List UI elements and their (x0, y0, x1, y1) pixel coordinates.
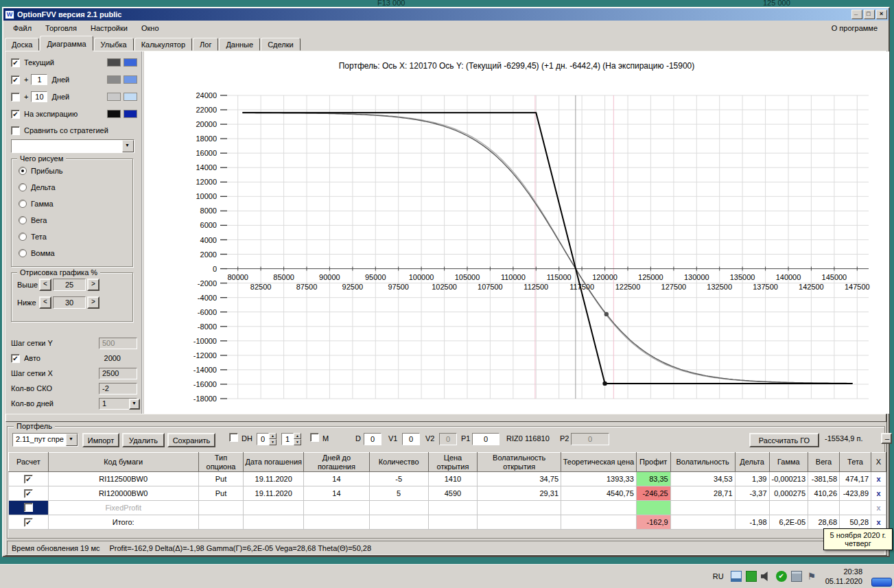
calc-go-button[interactable]: Рассчитать ГО (749, 433, 819, 447)
menu-settings[interactable]: Настройки (84, 23, 134, 34)
column-header[interactable]: Расчет (9, 453, 49, 472)
tab-smile[interactable]: Улыбка (94, 38, 134, 51)
curve-checkbox[interactable]: ✔ (11, 58, 20, 67)
taskbar[interactable]: RU ✔⚑ 20:38 05.11.2020 (0, 564, 894, 588)
column-header[interactable]: Дельта (735, 453, 769, 472)
v1-input[interactable]: 0 (402, 433, 420, 445)
remote-desktop-icon[interactable] (731, 571, 742, 582)
v2-input[interactable]: 0 (439, 433, 457, 445)
titlebar[interactable]: W OptionFVV версия 2.1 public (3, 8, 889, 21)
column-header[interactable]: Гамма (769, 453, 808, 472)
p1-input[interactable]: 0 (472, 433, 499, 445)
days-input[interactable]: 1 (31, 74, 47, 85)
column-header[interactable]: X (871, 453, 886, 472)
chart-pane[interactable]: Портфель: Ось X: 120170 Ось Y: (Текущий … (144, 51, 889, 414)
menu-file[interactable]: Файл (6, 23, 38, 34)
row-calc-checkbox[interactable]: ✔ (24, 489, 33, 498)
calc-cell[interactable] (9, 501, 49, 515)
menu-window[interactable]: Окно (134, 23, 166, 34)
maximize-button[interactable] (864, 10, 875, 19)
chevron-down-icon[interactable] (66, 434, 78, 446)
spin-up-icon[interactable]: ▲ (269, 433, 277, 439)
column-header[interactable]: Волатильность (670, 453, 735, 472)
chevron-down-icon[interactable] (122, 140, 134, 152)
save-button[interactable]: Сохранить (167, 433, 215, 447)
d-input[interactable]: 0 (364, 433, 381, 445)
sko-count-input[interactable]: -2 (99, 383, 137, 395)
curve-toggle-row[interactable]: +10Дней (11, 90, 137, 104)
row-delete-button[interactable]: х (871, 501, 886, 515)
row-delete-button[interactable]: х (871, 515, 886, 530)
auto-grid-checkbox[interactable]: ✔ (11, 354, 20, 363)
draw-option-row[interactable]: Вега (19, 215, 132, 225)
row-delete-button[interactable]: х (871, 472, 886, 486)
tab-diagram[interactable]: Диаграмма (40, 36, 93, 51)
days-input[interactable]: 10 (31, 91, 47, 102)
calc-cell[interactable]: ✔ (9, 472, 49, 486)
minimize-button[interactable] (851, 10, 862, 19)
draw-option-row[interactable]: Гамма (19, 199, 132, 209)
notification-fragment[interactable] (871, 578, 892, 587)
compare-strategy-row[interactable]: Сравнить со стратегией (11, 124, 137, 137)
dh-spinner-2-value[interactable]: 1 (281, 433, 294, 445)
tab-calculator[interactable]: Калькулятор (134, 38, 192, 51)
draw-option-row[interactable]: Тета (19, 232, 132, 242)
close-button[interactable] (876, 10, 887, 19)
storage-icon[interactable] (791, 571, 802, 582)
column-header[interactable]: Код бумаги (48, 453, 198, 472)
update-check-icon[interactable]: ✔ (776, 571, 787, 582)
column-header[interactable]: Теоретическая цена (561, 453, 637, 472)
tab-deals[interactable]: Сделки (261, 38, 301, 51)
column-header[interactable]: Дней до погашения (304, 453, 370, 472)
spin-down-icon[interactable]: ▼ (294, 439, 301, 445)
grid-x-input[interactable]: 2500 (99, 368, 137, 379)
above-value[interactable]: 25 (53, 279, 86, 291)
m-checkbox[interactable] (310, 433, 319, 442)
flag-icon[interactable]: ⚑ (806, 571, 817, 582)
column-header[interactable]: Тета (840, 453, 871, 472)
curve-checkbox[interactable]: ✔ (11, 110, 20, 119)
menu-about[interactable]: О программе (825, 23, 884, 34)
delete-button[interactable]: Удалить (122, 433, 165, 447)
column-header[interactable]: Дата погашения (244, 453, 304, 472)
spin-down-icon[interactable]: ▼ (269, 439, 277, 445)
column-header[interactable]: Профит (636, 453, 670, 472)
row-calc-checkbox[interactable] (24, 503, 33, 512)
strategy-dropdown[interactable] (11, 139, 134, 153)
table-row[interactable]: ✔Итого:-162,9-1,986,2E-0528,6850,28х (9, 515, 886, 530)
draw-option-row[interactable]: Прибыль (19, 166, 132, 176)
draw-option-row[interactable]: Дельта (19, 183, 132, 192)
curve-toggle-row[interactable]: ✔+1Дней (11, 73, 137, 86)
import-button[interactable]: Импорт (82, 433, 119, 447)
clock[interactable]: 20:38 05.11.2020 (825, 567, 862, 587)
indicator-icon[interactable] (746, 571, 757, 582)
column-header[interactable]: Цена открытия (428, 453, 478, 472)
increase-above-button[interactable] (87, 279, 99, 291)
calc-cell[interactable]: ✔ (9, 486, 49, 501)
curve-checkbox[interactable]: ✔ (11, 75, 20, 84)
tab-data[interactable]: Данные (219, 38, 260, 51)
curve-toggle-row[interactable]: ✔Текущий (11, 56, 137, 69)
payoff-chart[interactable]: 2400022000200001800016000140001200010000… (144, 51, 889, 414)
preset-dropdown[interactable]: 2.11_пут спре (12, 433, 78, 447)
row-calc-checkbox[interactable]: ✔ (24, 475, 33, 484)
calc-cell[interactable]: ✔ (9, 515, 49, 530)
p2-input[interactable]: 0 (571, 433, 609, 445)
table-row[interactable]: ✔RI112500BW0Put19.11.202014-5141034,7513… (9, 472, 886, 486)
row-calc-checkbox[interactable]: ✔ (24, 518, 33, 527)
column-header[interactable]: Количество (369, 453, 428, 472)
dh-spinner-1[interactable]: 0 ▲▼ (257, 433, 277, 445)
spin-up-icon[interactable]: ▲ (294, 433, 301, 439)
splitter[interactable] (5, 414, 886, 422)
dh-checkbox[interactable] (229, 433, 238, 442)
collapse-panel-button[interactable] (881, 433, 892, 444)
tab-board[interactable]: Доска (5, 38, 39, 51)
dh-spinner-1-value[interactable]: 0 (257, 433, 269, 445)
row-delete-button[interactable]: х (871, 486, 886, 501)
curve-checkbox[interactable] (11, 93, 20, 102)
column-header[interactable]: Тип опциона (198, 453, 244, 472)
compare-strategy-checkbox[interactable] (11, 126, 20, 135)
language-indicator[interactable]: RU (713, 572, 724, 580)
curve-toggle-row[interactable]: ✔На экспирацию (11, 107, 137, 121)
draw-option-row[interactable]: Вомма (19, 248, 132, 258)
